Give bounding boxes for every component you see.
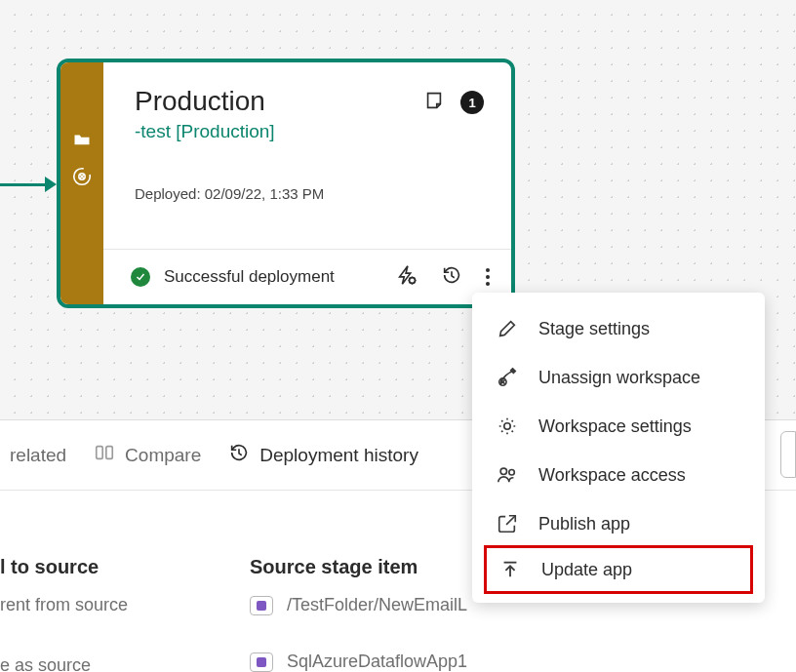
success-check-icon	[131, 267, 150, 287]
stage-context-menu: Stage settings Unassign workspace Worksp…	[472, 293, 765, 603]
connector-arrow	[0, 181, 57, 187]
people-icon	[496, 463, 519, 487]
menu-item-label: Stage settings	[538, 319, 650, 339]
related-button[interactable]: related	[10, 445, 66, 466]
more-options-button[interactable]	[486, 268, 490, 286]
rules-settings-icon[interactable]	[396, 264, 418, 290]
column-header-a: l to source	[0, 556, 99, 578]
menu-update-app[interactable]: Update app	[484, 545, 753, 594]
table-cell: SqlAzureDataflowApp1	[250, 652, 467, 672]
menu-item-label: Unassign workspace	[538, 368, 700, 388]
folder-icon	[71, 131, 93, 152]
gear-icon	[496, 415, 519, 438]
svg-rect-8	[106, 447, 112, 459]
menu-item-label: Publish app	[538, 514, 630, 534]
svg-rect-7	[97, 447, 102, 459]
menu-item-label: Workspace access	[538, 465, 686, 486]
menu-workspace-access[interactable]: Workspace access	[472, 451, 765, 499]
stage-card-production[interactable]: Production 1 -test [Production] Deployed…	[57, 59, 515, 308]
deployed-timestamp: Deployed: 02/09/22, 1:33 PM	[135, 185, 484, 202]
stage-title: Production	[135, 86, 265, 117]
upload-icon	[498, 558, 522, 581]
column-header-b: Source stage item	[250, 556, 418, 578]
stage-subtitle: -test [Production]	[135, 121, 484, 142]
compare-icon	[94, 442, 115, 468]
dataflow-icon	[250, 652, 273, 672]
menu-workspace-settings[interactable]: Workspace settings	[472, 402, 765, 451]
item-count-badge: 1	[460, 91, 484, 114]
side-handle[interactable]	[780, 431, 796, 478]
unassign-icon	[496, 366, 519, 389]
svg-point-5	[500, 468, 506, 474]
compare-button[interactable]: Compare	[94, 442, 201, 468]
deployment-status-text: Successful deployment	[164, 267, 382, 287]
menu-stage-settings[interactable]: Stage settings	[472, 304, 765, 353]
menu-item-label: Update app	[541, 560, 632, 580]
refresh-error-icon	[71, 166, 93, 191]
history-icon[interactable]	[441, 264, 462, 290]
history-icon	[228, 442, 250, 468]
menu-publish-app[interactable]: Publish app	[472, 499, 765, 548]
deployment-history-button[interactable]: Deployment history	[228, 442, 418, 468]
menu-unassign-workspace[interactable]: Unassign workspace	[472, 353, 765, 402]
table-row: rent from source	[0, 595, 128, 615]
table-row: e as source	[0, 655, 91, 672]
pencil-icon	[496, 317, 519, 340]
svg-point-6	[509, 470, 515, 476]
menu-item-label: Workspace settings	[538, 416, 692, 437]
dataflow-icon	[250, 596, 273, 615]
stage-sidebar	[60, 62, 103, 304]
note-icon[interactable]	[423, 90, 445, 115]
external-link-icon	[496, 512, 519, 535]
svg-point-4	[504, 423, 510, 429]
table-cell: /TestFolder/NewEmailL	[250, 595, 467, 615]
